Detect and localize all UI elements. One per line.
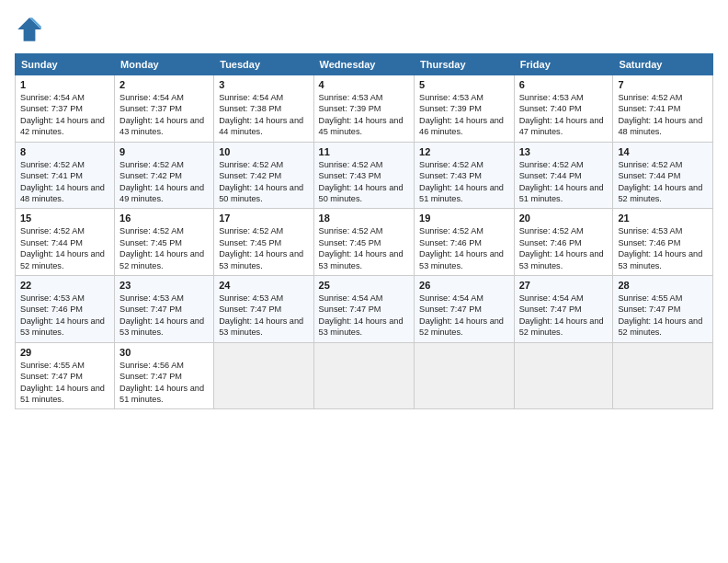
day-header-saturday: Saturday	[613, 54, 713, 75]
calendar-cell: 28Sunrise: 4:55 AMSunset: 7:47 PMDayligh…	[613, 276, 713, 343]
day-number: 13	[519, 146, 609, 157]
calendar-cell	[514, 342, 613, 409]
day-number: 22	[20, 280, 109, 291]
header	[15, 15, 713, 44]
day-number: 24	[219, 280, 308, 291]
day-number: 11	[319, 146, 409, 157]
day-info: Sunrise: 4:52 AMSunset: 7:46 PMDaylight:…	[419, 225, 509, 271]
day-number: 2	[119, 79, 209, 90]
day-info: Sunrise: 4:54 AMSunset: 7:47 PMDaylight:…	[419, 293, 509, 339]
calendar-cell: 24Sunrise: 4:53 AMSunset: 7:47 PMDayligh…	[214, 276, 313, 343]
calendar-cell: 18Sunrise: 4:52 AMSunset: 7:45 PMDayligh…	[313, 209, 414, 276]
day-info: Sunrise: 4:54 AMSunset: 7:37 PMDaylight:…	[20, 92, 109, 138]
calendar-week-row: 22Sunrise: 4:53 AMSunset: 7:46 PMDayligh…	[16, 276, 713, 343]
logo	[15, 15, 50, 44]
day-number: 18	[319, 213, 409, 224]
day-info: Sunrise: 4:52 AMSunset: 7:41 PMDaylight:…	[618, 92, 708, 138]
calendar-cell: 29Sunrise: 4:55 AMSunset: 7:47 PMDayligh…	[16, 342, 115, 409]
day-info: Sunrise: 4:52 AMSunset: 7:45 PMDaylight:…	[319, 225, 409, 271]
day-number: 16	[119, 213, 209, 224]
day-number: 15	[20, 213, 109, 224]
calendar-cell	[214, 342, 313, 409]
day-info: Sunrise: 4:53 AMSunset: 7:46 PMDaylight:…	[618, 225, 708, 271]
day-number: 10	[219, 146, 308, 157]
day-header-thursday: Thursday	[415, 54, 515, 75]
calendar-cell: 1Sunrise: 4:54 AMSunset: 7:37 PMDaylight…	[16, 75, 115, 143]
day-info: Sunrise: 4:52 AMSunset: 7:41 PMDaylight:…	[20, 159, 109, 205]
day-number: 6	[519, 79, 609, 90]
calendar-cell: 8Sunrise: 4:52 AMSunset: 7:41 PMDaylight…	[16, 142, 115, 209]
day-number: 28	[618, 280, 708, 291]
calendar-cell: 25Sunrise: 4:54 AMSunset: 7:47 PMDayligh…	[313, 276, 414, 343]
day-info: Sunrise: 4:53 AMSunset: 7:40 PMDaylight:…	[519, 92, 609, 138]
day-number: 8	[20, 146, 109, 157]
calendar-cell: 21Sunrise: 4:53 AMSunset: 7:46 PMDayligh…	[613, 209, 713, 276]
day-header-friday: Friday	[514, 54, 613, 75]
day-header-sunday: Sunday	[16, 54, 115, 75]
day-number: 1	[20, 79, 109, 90]
day-info: Sunrise: 4:53 AMSunset: 7:39 PMDaylight:…	[319, 92, 409, 138]
calendar-week-row: 1Sunrise: 4:54 AMSunset: 7:37 PMDaylight…	[16, 75, 713, 143]
day-info: Sunrise: 4:55 AMSunset: 7:47 PMDaylight:…	[20, 360, 109, 406]
calendar-cell: 16Sunrise: 4:52 AMSunset: 7:45 PMDayligh…	[115, 209, 214, 276]
calendar-cell: 30Sunrise: 4:56 AMSunset: 7:47 PMDayligh…	[115, 342, 214, 409]
day-number: 19	[419, 213, 509, 224]
calendar-cell: 7Sunrise: 4:52 AMSunset: 7:41 PMDaylight…	[613, 75, 713, 143]
day-info: Sunrise: 4:52 AMSunset: 7:43 PMDaylight:…	[419, 159, 509, 205]
day-number: 5	[419, 79, 509, 90]
day-number: 9	[119, 146, 209, 157]
day-info: Sunrise: 4:52 AMSunset: 7:44 PMDaylight:…	[20, 225, 109, 271]
day-info: Sunrise: 4:53 AMSunset: 7:46 PMDaylight:…	[20, 293, 109, 339]
calendar-cell: 17Sunrise: 4:52 AMSunset: 7:45 PMDayligh…	[214, 209, 313, 276]
calendar-cell: 2Sunrise: 4:54 AMSunset: 7:37 PMDaylight…	[115, 75, 214, 143]
day-number: 17	[219, 213, 308, 224]
calendar-cell: 20Sunrise: 4:52 AMSunset: 7:46 PMDayligh…	[514, 209, 613, 276]
calendar-cell	[313, 342, 414, 409]
day-info: Sunrise: 4:53 AMSunset: 7:47 PMDaylight:…	[219, 293, 308, 339]
day-info: Sunrise: 4:54 AMSunset: 7:47 PMDaylight:…	[319, 293, 409, 339]
svg-marker-0	[17, 17, 41, 41]
calendar-cell: 19Sunrise: 4:52 AMSunset: 7:46 PMDayligh…	[415, 209, 515, 276]
page: SundayMondayTuesdayWednesdayThursdayFrid…	[0, 0, 728, 563]
day-header-tuesday: Tuesday	[214, 54, 313, 75]
calendar-cell: 27Sunrise: 4:54 AMSunset: 7:47 PMDayligh…	[514, 276, 613, 343]
day-info: Sunrise: 4:53 AMSunset: 7:39 PMDaylight:…	[419, 92, 509, 138]
day-info: Sunrise: 4:52 AMSunset: 7:44 PMDaylight:…	[519, 159, 609, 205]
day-info: Sunrise: 4:54 AMSunset: 7:37 PMDaylight:…	[119, 92, 209, 138]
day-header-monday: Monday	[115, 54, 214, 75]
day-number: 4	[319, 79, 409, 90]
day-info: Sunrise: 4:53 AMSunset: 7:47 PMDaylight:…	[119, 293, 209, 339]
calendar-cell: 22Sunrise: 4:53 AMSunset: 7:46 PMDayligh…	[16, 276, 115, 343]
calendar-cell: 26Sunrise: 4:54 AMSunset: 7:47 PMDayligh…	[415, 276, 515, 343]
day-info: Sunrise: 4:55 AMSunset: 7:47 PMDaylight:…	[618, 293, 708, 339]
logo-icon	[15, 15, 44, 44]
calendar-cell: 4Sunrise: 4:53 AMSunset: 7:39 PMDaylight…	[313, 75, 414, 143]
calendar-week-row: 29Sunrise: 4:55 AMSunset: 7:47 PMDayligh…	[16, 342, 713, 409]
calendar-week-row: 8Sunrise: 4:52 AMSunset: 7:41 PMDaylight…	[16, 142, 713, 209]
day-number: 21	[618, 213, 708, 224]
calendar-cell: 6Sunrise: 4:53 AMSunset: 7:40 PMDaylight…	[514, 75, 613, 143]
day-number: 14	[618, 146, 708, 157]
day-info: Sunrise: 4:56 AMSunset: 7:47 PMDaylight:…	[119, 360, 209, 406]
calendar-cell: 13Sunrise: 4:52 AMSunset: 7:44 PMDayligh…	[514, 142, 613, 209]
calendar-cell: 23Sunrise: 4:53 AMSunset: 7:47 PMDayligh…	[115, 276, 214, 343]
day-number: 25	[319, 280, 409, 291]
day-number: 12	[419, 146, 509, 157]
day-number: 27	[519, 280, 609, 291]
calendar-header-row: SundayMondayTuesdayWednesdayThursdayFrid…	[16, 54, 713, 75]
day-number: 29	[20, 347, 109, 358]
calendar-cell: 10Sunrise: 4:52 AMSunset: 7:42 PMDayligh…	[214, 142, 313, 209]
day-number: 26	[419, 280, 509, 291]
day-info: Sunrise: 4:52 AMSunset: 7:45 PMDaylight:…	[119, 225, 209, 271]
day-number: 3	[219, 79, 308, 90]
calendar-cell: 9Sunrise: 4:52 AMSunset: 7:42 PMDaylight…	[115, 142, 214, 209]
day-info: Sunrise: 4:52 AMSunset: 7:46 PMDaylight:…	[519, 225, 609, 271]
day-number: 23	[119, 280, 209, 291]
calendar-cell	[415, 342, 515, 409]
day-info: Sunrise: 4:52 AMSunset: 7:43 PMDaylight:…	[319, 159, 409, 205]
calendar-cell: 12Sunrise: 4:52 AMSunset: 7:43 PMDayligh…	[415, 142, 515, 209]
calendar-cell: 15Sunrise: 4:52 AMSunset: 7:44 PMDayligh…	[16, 209, 115, 276]
calendar-week-row: 15Sunrise: 4:52 AMSunset: 7:44 PMDayligh…	[16, 209, 713, 276]
day-number: 20	[519, 213, 609, 224]
calendar-cell: 11Sunrise: 4:52 AMSunset: 7:43 PMDayligh…	[313, 142, 414, 209]
